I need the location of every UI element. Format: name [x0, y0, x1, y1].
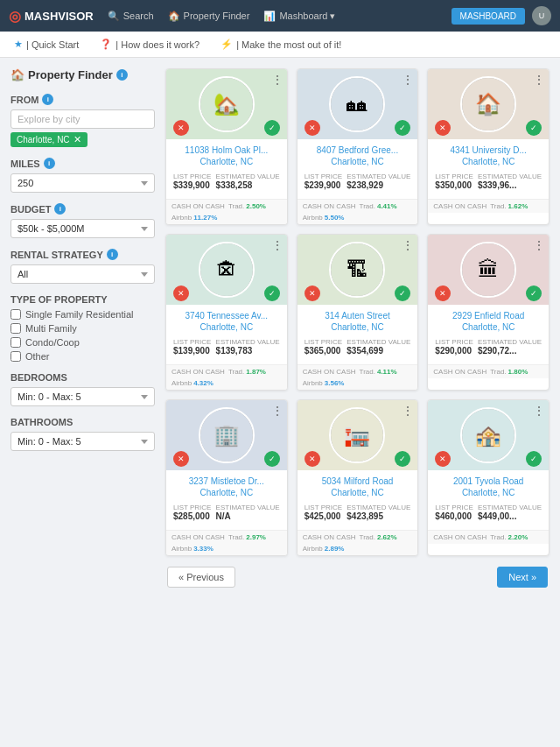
info-icon[interactable]: i — [116, 69, 128, 81]
avatar[interactable]: U — [532, 6, 551, 25]
est-value-label: ESTIMATED VALUE — [478, 504, 542, 511]
vote-no-button[interactable]: ✕ — [304, 285, 320, 301]
cards-area: 🏡 ⋮ ✕ ✓ 11038 Holm Oak Pl... Charlotte, … — [165, 68, 550, 588]
vote-yes-button[interactable]: ✓ — [264, 120, 280, 136]
list-price-value: $350,000 — [435, 180, 472, 190]
quickstart-item-1[interactable]: ★ | Quick Start — [14, 39, 79, 50]
vote-yes-button[interactable]: ✓ — [395, 285, 410, 301]
card-dots-menu[interactable]: ⋮ — [533, 404, 545, 418]
card-address[interactable]: 4341 University D... Charlotte, NC — [435, 144, 542, 167]
next-button[interactable]: Next » — [497, 567, 548, 588]
rental-strategy-select[interactable]: All — [10, 264, 155, 284]
question-icon: ❓ — [100, 39, 112, 50]
trad-value: 1.80% — [508, 368, 528, 376]
budget-info-icon[interactable]: i — [54, 203, 66, 215]
card-dots-menu[interactable]: ⋮ — [271, 73, 284, 87]
est-value-label: ESTIMATED VALUE — [216, 173, 280, 180]
list-price-label: LIST PRICE — [304, 338, 342, 346]
card-address[interactable]: 11038 Holm Oak Pl... Charlotte, NC — [173, 144, 280, 167]
card-address[interactable]: 5034 Milford Road Charlotte, NC — [304, 476, 411, 498]
rental-info-icon[interactable]: i — [107, 249, 118, 260]
card-city: Charlotte, NC — [435, 321, 542, 333]
miles-info-icon[interactable]: i — [44, 158, 55, 169]
card-prices: LIST PRICE $285,000 ESTIMATED VALUE N/A — [173, 504, 280, 521]
card-dots-menu[interactable]: ⋮ — [533, 73, 545, 87]
checkbox-sfr[interactable]: Single Family Residential — [10, 309, 155, 320]
quickstart-label-3: | Make the most out of it! — [236, 39, 341, 50]
brand-logo[interactable]: ◎ MASHVISOR — [9, 8, 94, 25]
card-vote-btns: ✕ ✓ — [298, 451, 418, 467]
card-dots-menu[interactable]: ⋮ — [533, 238, 545, 252]
property-card: 🏠 ⋮ ✕ ✓ 4341 University D... Charlotte, … — [427, 68, 550, 225]
mashboard-button[interactable]: MASHBOARD — [452, 8, 525, 25]
card-address[interactable]: 3740 Tennessee Av... Charlotte, NC — [173, 310, 280, 333]
card-dots-menu[interactable]: ⋮ — [271, 404, 284, 418]
from-input[interactable] — [10, 109, 155, 129]
quickstart-bar: ★ | Quick Start ❓ | How does it work? ⚡ … — [0, 32, 560, 58]
vote-no-button[interactable]: ✕ — [304, 451, 320, 467]
list-price-label: LIST PRICE — [173, 173, 211, 180]
est-value-col: ESTIMATED VALUE $139,783 — [216, 338, 280, 356]
card-dots-menu[interactable]: ⋮ — [271, 238, 284, 252]
card-prices: LIST PRICE $139,900 ESTIMATED VALUE $139… — [173, 338, 280, 356]
vote-no-button[interactable]: ✕ — [435, 120, 451, 136]
card-address[interactable]: 2929 Enfield Road Charlotte, NC — [435, 310, 542, 333]
card-dots-menu[interactable]: ⋮ — [402, 238, 414, 252]
nav-property-finder[interactable]: 🏠 Property Finder — [168, 11, 250, 22]
airbnb-label: Airbnb — [303, 379, 323, 387]
card-address[interactable]: 8407 Bedford Gree... Charlotte, NC — [304, 144, 411, 167]
card-address[interactable]: 314 Auten Street Charlotte, NC — [304, 310, 411, 333]
property-card: 🏘 ⋮ ✕ ✓ 8407 Bedford Gree... Charlotte, … — [297, 68, 419, 225]
vote-yes-button[interactable]: ✓ — [526, 285, 542, 301]
prev-button[interactable]: « Previous — [167, 567, 235, 588]
est-value-value: $338,258 — [216, 180, 280, 190]
checkbox-other[interactable]: Other — [10, 351, 155, 362]
vote-yes-button[interactable]: ✓ — [395, 120, 410, 136]
miles-select[interactable]: 250 100 50 — [10, 173, 155, 193]
quickstart-item-2[interactable]: ❓ | How does it work? — [100, 39, 200, 50]
card-address[interactable]: 3237 Mistletoe Dr... Charlotte, NC — [173, 476, 280, 498]
card-dots-menu[interactable]: ⋮ — [402, 73, 414, 87]
bedrooms-select[interactable]: Min: 0 - Max: 5 — [10, 387, 155, 406]
from-tag-close[interactable]: ✕ — [74, 134, 81, 145]
checkbox-other-input[interactable] — [10, 351, 21, 362]
checkbox-condo-input[interactable] — [10, 337, 21, 348]
bathrooms-select[interactable]: Min: 0 - Max: 5 — [10, 432, 155, 451]
vote-no-button[interactable]: ✕ — [435, 451, 451, 467]
cash-on-cash-metric: CASH ON CASH — [303, 368, 356, 376]
vote-no-button[interactable]: ✕ — [173, 451, 189, 467]
vote-no-button[interactable]: ✕ — [435, 285, 451, 301]
property-finder-icon: 🏠 — [168, 11, 180, 22]
budget-select[interactable]: $50k - $5,000M — [10, 219, 155, 238]
quickstart-label-1: | Quick Start — [26, 39, 79, 50]
vote-yes-button[interactable]: ✓ — [264, 451, 280, 467]
checkbox-mf-input[interactable] — [10, 323, 21, 334]
vote-no-button[interactable]: ✕ — [304, 120, 320, 136]
nav-mashboard[interactable]: 📊 Mashboard ▾ — [263, 11, 335, 22]
card-address[interactable]: 2001 Tyvola Road Charlotte, NC — [435, 476, 542, 498]
bedrooms-label: BEDROOMS — [10, 372, 155, 383]
card-actions: ⋮ — [271, 73, 284, 87]
vote-yes-button[interactable]: ✓ — [526, 451, 542, 467]
vote-yes-button[interactable]: ✓ — [264, 285, 280, 301]
card-dots-menu[interactable]: ⋮ — [402, 404, 414, 418]
vote-yes-button[interactable]: ✓ — [526, 120, 542, 136]
vote-no-button[interactable]: ✕ — [173, 285, 189, 301]
checkbox-sfr-input[interactable] — [10, 309, 21, 320]
trad-value: 2.62% — [377, 533, 397, 541]
airbnb-label: Airbnb — [172, 379, 192, 387]
card-vote-btns: ✕ ✓ — [166, 120, 287, 136]
from-info-icon[interactable]: i — [42, 94, 53, 105]
checkbox-mf[interactable]: Multi Family — [10, 323, 155, 334]
card-vote-btns: ✕ ✓ — [298, 120, 418, 136]
cash-on-cash-label: CASH ON CASH — [303, 533, 356, 541]
quickstart-item-3[interactable]: ⚡ | Make the most out of it! — [220, 39, 341, 50]
vote-no-button[interactable]: ✕ — [173, 120, 189, 136]
checkbox-condo[interactable]: Condo/Coop — [10, 337, 155, 348]
card-prices: LIST PRICE $460,000 ESTIMATED VALUE $449… — [435, 504, 542, 521]
card-metrics: CASH ON CASH Trad. 1.80% — [428, 364, 549, 378]
nav-search[interactable]: 🔍 Search — [108, 11, 154, 22]
pagination: « Previous Next » — [165, 567, 550, 588]
vote-yes-button[interactable]: ✓ — [395, 451, 410, 467]
cash-on-cash-metric: CASH ON CASH — [172, 533, 225, 541]
